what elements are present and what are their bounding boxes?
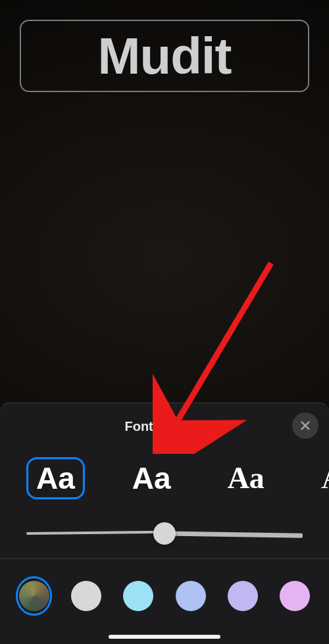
home-indicator[interactable]	[109, 635, 220, 639]
slider-track	[26, 531, 164, 535]
color-swatch	[228, 581, 258, 611]
font-picker: AaAaAaAa	[0, 452, 329, 505]
close-icon	[299, 420, 311, 432]
section-divider	[0, 558, 329, 559]
color-option-periwinkle[interactable]	[172, 576, 209, 616]
color-picker	[0, 572, 329, 620]
color-swatch	[71, 581, 101, 611]
weight-slider[interactable]	[26, 524, 303, 543]
color-swatch	[280, 581, 310, 611]
font-color-sheet: Font & Color AaAaAaAa	[0, 403, 329, 644]
font-option-1[interactable]: Aa	[26, 457, 85, 499]
color-swatch	[176, 581, 206, 611]
text-edit-frame[interactable]: Mudit	[20, 20, 309, 92]
font-option-2[interactable]: Aa	[123, 458, 180, 499]
color-option-white[interactable]	[68, 576, 104, 616]
color-swatch	[123, 581, 153, 611]
color-option-dynamic[interactable]	[16, 576, 52, 616]
color-option-pink[interactable]	[277, 576, 313, 616]
font-option-3[interactable]: Aa	[218, 458, 274, 499]
font-option-4[interactable]: Aa	[312, 458, 329, 499]
close-button[interactable]	[292, 412, 318, 439]
display-text: Mudit	[98, 26, 232, 86]
color-option-cyan[interactable]	[120, 576, 157, 616]
slider-knob[interactable]	[153, 522, 176, 545]
slider-track	[164, 532, 303, 538]
color-option-lavender[interactable]	[224, 576, 261, 616]
selection-ring	[16, 576, 52, 616]
sheet-title: Font & Color	[0, 419, 329, 434]
